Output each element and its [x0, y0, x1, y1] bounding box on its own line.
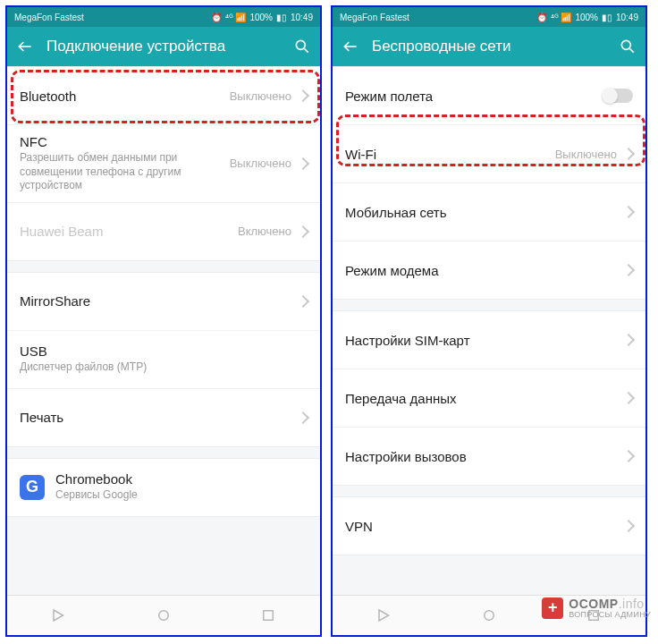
nav-home-icon[interactable] — [156, 607, 172, 623]
signal-icon: ⁴ᴳ 📶 — [551, 13, 572, 22]
carrier-label: MegaFon Fastest — [14, 13, 84, 22]
chevron-right-icon — [297, 225, 309, 238]
watermark-brand: OCOMP — [569, 597, 618, 611]
phone-wireless-networks: MegaFon Fastest ⏰ ⁴ᴳ 📶 100% ▮▯ 10:49 Бес… — [331, 5, 647, 637]
chevron-right-icon — [622, 264, 635, 276]
watermark-brand-tld: .info — [619, 597, 645, 611]
alarm-icon: ⏰ — [536, 13, 547, 22]
clock: 10:49 — [616, 13, 638, 22]
clock: 10:49 — [291, 13, 313, 22]
chevron-right-icon — [297, 89, 309, 102]
row-data[interactable]: Передача данных — [333, 369, 645, 428]
print-label: Печать — [20, 410, 295, 425]
huawei-beam-value: Включено — [238, 225, 291, 238]
chevron-right-icon — [297, 411, 309, 424]
chevron-right-icon — [622, 206, 635, 218]
nfc-sublabel: Разрешить обмен данными при совмещении т… — [20, 151, 207, 193]
back-icon[interactable] — [342, 38, 359, 55]
row-tether[interactable]: Режим модема — [333, 242, 645, 299]
status-bar: MegaFon Fastest ⏰ ⁴ᴳ 📶 100% ▮▯ 10:49 — [7, 7, 320, 27]
battery-icon: ▮▯ — [602, 13, 612, 22]
bluetooth-value: Выключено — [230, 89, 291, 103]
row-calls[interactable]: Настройки вызовов — [333, 428, 645, 485]
settings-list: Bluetooth Выключено NFC Разрешить обмен … — [7, 66, 320, 595]
chromebook-label: Chromebook — [55, 471, 308, 487]
chevron-right-icon — [622, 334, 635, 346]
mobile-data-label: Мобильная сеть — [345, 205, 620, 220]
row-mobile[interactable]: Мобильная сеть — [333, 183, 645, 242]
phone-device-connection: MegaFon Fastest ⏰ ⁴ᴳ 📶 100% ▮▯ 10:49 Под… — [5, 5, 322, 637]
wifi-label: Wi-Fi — [345, 147, 555, 162]
sim-settings-label: Настройки SIM-карт — [345, 333, 620, 348]
chevron-right-icon — [622, 450, 635, 462]
search-icon[interactable] — [619, 38, 637, 55]
back-icon[interactable] — [16, 38, 34, 55]
usb-label: USB — [20, 343, 308, 359]
svg-rect-2 — [263, 611, 273, 621]
row-bluetooth[interactable]: Bluetooth Выключено — [7, 67, 320, 125]
svg-point-1 — [159, 611, 169, 621]
row-wifi[interactable]: Wi-Fi Выключено — [333, 125, 645, 183]
battery-pct: 100% — [575, 13, 598, 22]
chromebook-icon: G — [20, 475, 45, 500]
app-bar: Беспроводные сети — [333, 27, 645, 66]
nfc-label: NFC — [20, 134, 230, 149]
bluetooth-label: Bluetooth — [20, 89, 230, 104]
huawei-beam-label: Huawei Beam — [20, 224, 238, 239]
row-usb[interactable]: USB Диспетчер файлов (MTP) — [7, 331, 320, 389]
alarm-icon: ⏰ — [211, 13, 222, 22]
nav-back-icon[interactable] — [51, 607, 67, 623]
row-huawei-beam: Huawei Beam Включено — [7, 203, 320, 260]
signal-icon: ⁴ᴳ 📶 — [225, 13, 247, 22]
row-vpn[interactable]: VPN — [333, 497, 645, 555]
nav-recent-icon[interactable] — [260, 607, 276, 623]
svg-point-3 — [621, 40, 630, 49]
status-bar: MegaFon Fastest ⏰ ⁴ᴳ 📶 100% ▮▯ 10:49 — [333, 7, 645, 27]
page-title: Беспроводные сети — [372, 38, 606, 55]
row-mirrorshare[interactable]: MirrorShare — [7, 273, 320, 331]
tethering-label: Режим модема — [345, 263, 620, 278]
svg-point-4 — [485, 611, 494, 621]
search-icon[interactable] — [293, 38, 311, 55]
chevron-right-icon — [297, 157, 309, 170]
watermark: + OCOMP.info ВОПРОСЫ АДМИНУ — [542, 597, 651, 619]
chevron-right-icon — [622, 392, 635, 404]
row-nfc[interactable]: NFC Разрешить обмен данными при совмещен… — [7, 125, 320, 203]
data-usage-label: Передача данных — [345, 391, 620, 406]
row-airplane[interactable]: Режим полета — [333, 67, 645, 125]
chevron-right-icon — [622, 520, 635, 532]
settings-list: Режим полета Wi-Fi Выключено Мобильная с… — [333, 66, 645, 595]
carrier-label: MegaFon Fastest — [340, 13, 409, 22]
chevron-right-icon — [622, 148, 635, 160]
airplane-toggle[interactable] — [603, 89, 633, 103]
watermark-tagline: ВОПРОСЫ АДМИНУ — [569, 611, 651, 619]
row-sim[interactable]: Настройки SIM-карт — [333, 311, 645, 369]
vpn-label: VPN — [345, 519, 620, 534]
svg-point-0 — [296, 40, 305, 49]
mirrorshare-label: MirrorShare — [20, 293, 295, 309]
nav-back-icon[interactable] — [376, 607, 392, 623]
chromebook-sublabel: Сервисы Google — [55, 488, 243, 503]
row-print[interactable]: Печать — [7, 389, 320, 446]
watermark-plus-icon: + — [542, 597, 563, 619]
page-title: Подключение устройства — [46, 38, 281, 55]
battery-icon: ▮▯ — [276, 13, 287, 22]
nav-home-icon[interactable] — [481, 607, 497, 623]
chevron-right-icon — [297, 295, 309, 308]
usb-sublabel: Диспетчер файлов (MTP) — [20, 360, 207, 375]
nfc-value: Выключено — [230, 157, 291, 170]
nav-bar — [7, 595, 320, 635]
row-chromebook[interactable]: G Chromebook Сервисы Google — [7, 459, 320, 516]
wifi-value: Выключено — [555, 148, 617, 161]
battery-pct: 100% — [249, 13, 273, 22]
airplane-label: Режим полета — [345, 89, 603, 104]
call-settings-label: Настройки вызовов — [345, 449, 620, 464]
app-bar: Подключение устройства — [7, 27, 320, 66]
